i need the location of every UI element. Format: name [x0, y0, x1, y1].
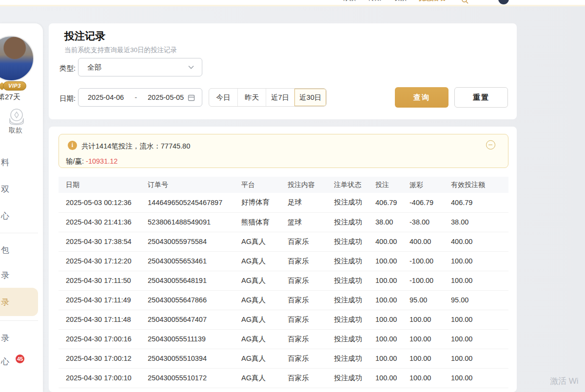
quick-range-button[interactable]: 近7日: [266, 89, 294, 106]
table-cell-valid: 95.00: [451, 290, 508, 310]
chevron-down-icon: [188, 65, 194, 69]
sidebar-item[interactable]: 录: [1, 333, 9, 344]
table-cell-payout: -100.00: [410, 251, 451, 271]
table-cell-platform: AG真人: [241, 290, 288, 310]
table-header-cell: 派彩: [410, 177, 451, 193]
table-cell-status: 投注成功: [334, 368, 375, 388]
table-row: 2025-04-30 17:12:20250430055653461AG真人百家…: [58, 251, 508, 271]
table-cell-content: 篮球: [288, 212, 334, 232]
nav-item[interactable]: 存款: [342, 0, 356, 2]
table-cell-order: 250430055510172: [148, 368, 241, 388]
table-header-cell: 有效投注额: [451, 177, 508, 193]
table-cell-payout: -100.00: [410, 271, 451, 290]
table-cell-status: 投注成功: [334, 212, 375, 232]
summary-totals: 共计1414笔投注，流水：77745.80: [81, 142, 190, 151]
table-cell-content: 百家乐: [288, 310, 334, 329]
vip-badge: VIP3: [3, 81, 26, 91]
search-icon[interactable]: [461, 0, 468, 4]
table-cell-bet: 100.00: [375, 329, 410, 349]
sidebar-item[interactable]: 包: [1, 244, 9, 256]
table-cell-content: 百家乐: [288, 349, 334, 368]
table-cell-bet: 100.00: [375, 290, 410, 310]
withdraw-label[interactable]: 取款: [9, 126, 22, 135]
table-cell-platform: AG真人: [241, 329, 288, 349]
table-cell-platform: 好博体育: [241, 193, 288, 212]
page-subtitle: 当前系统支持查询最近30日的投注记录: [64, 46, 177, 55]
table-cell-valid: 100.00: [451, 349, 508, 368]
table-cell-order: 250430055975584: [148, 232, 241, 251]
results-card: i 共计1414笔投注，流水：77745.80 输/赢: -10931.12 日…: [49, 127, 517, 392]
sidebar-item[interactable]: 心: [1, 210, 9, 222]
table-cell-date: 2025-04-30 17:00:16: [58, 329, 148, 349]
sidebar-item[interactable]: 料: [1, 157, 9, 168]
table-header-cell: 投注: [375, 177, 410, 193]
nav-item[interactable]: 转账: [368, 0, 381, 2]
sidebar-item[interactable]: 录: [1, 270, 9, 281]
table-cell-order: 5238061488549091: [148, 212, 241, 232]
search-button[interactable]: 查询: [395, 87, 448, 108]
table-cell-bet: 100.00: [375, 368, 410, 388]
withdraw-icon[interactable]: [7, 109, 26, 125]
collapse-icon[interactable]: [486, 140, 495, 149]
table-cell-bet: 38.00: [375, 212, 410, 232]
table-cell-status: 投注成功: [334, 232, 375, 251]
table-cell-date: 2025-04-30 17:11:48: [58, 310, 148, 329]
table-cell-content: 百家乐: [288, 329, 334, 349]
nav-item[interactable]: 优惠活动: [418, 0, 446, 2]
summary-banner: i 共计1414笔投注，流水：77745.80 输/赢: -10931.12: [58, 134, 508, 168]
nav-item[interactable]: 取款: [393, 0, 407, 2]
table-cell-date: 2025-04-30 21:41:36: [58, 212, 148, 232]
table-cell-date: 2025-04-30 17:38:54: [58, 232, 148, 251]
table-header-cell: 平台: [241, 177, 288, 193]
topbar-nav: 存款转账取款优惠活动: [342, 0, 446, 2]
table-row: 2025-05-03 00:12:361446496505245467897好博…: [58, 193, 508, 212]
quick-range-button[interactable]: 昨天: [237, 89, 266, 106]
date-separator: -: [135, 93, 137, 101]
table-cell-status: 投注成功: [334, 193, 375, 212]
user-avatar[interactable]: [0, 36, 34, 81]
table-cell-platform: AG真人: [241, 251, 288, 271]
table-row: 2025-04-30 17:11:49250430055647866AG真人百家…: [58, 290, 508, 310]
quick-range-button[interactable]: 近30日: [294, 89, 326, 106]
sidebar-item-active[interactable]: 录: [0, 288, 38, 316]
bet-records-table: 日期订单号平台投注内容注单状态投注派彩有效投注额 2025-05-03 00:1…: [58, 177, 508, 388]
table-cell-order: 250430055647866: [148, 290, 241, 310]
table-cell-valid: 100.00: [451, 368, 508, 388]
quick-range-button[interactable]: 今日: [209, 89, 237, 106]
table-cell-bet: 100.00: [375, 251, 410, 271]
table-header-cell: 投注内容: [288, 177, 334, 193]
sidebar-item[interactable]: 双: [1, 184, 9, 195]
table-cell-bet: 400.00: [375, 232, 410, 251]
table-cell-content: 百家乐: [288, 251, 334, 271]
table-cell-status: 投注成功: [334, 271, 375, 290]
sidebar-item-label: 录: [1, 297, 9, 308]
date-end: 2025-05-05: [148, 93, 184, 101]
table-cell-platform: AG真人: [241, 310, 288, 329]
type-select-value: 全部: [87, 63, 101, 72]
table-header-row: 日期订单号平台投注内容注单状态投注派彩有效投注额: [58, 177, 508, 193]
date-range-input[interactable]: 2025-04-06 - 2025-05-05: [78, 88, 202, 107]
table-cell-platform: AG真人: [241, 232, 288, 251]
table-cell-status: 投注成功: [334, 329, 375, 349]
table-cell-order: 250430055511139: [148, 329, 241, 349]
type-select[interactable]: 全部: [78, 58, 202, 76]
reset-button[interactable]: 重置: [454, 87, 508, 108]
table-cell-date: 2025-05-03 00:12:36: [58, 193, 148, 212]
table-row: 2025-04-30 21:41:365238061488549091熊猫体育篮…: [58, 212, 508, 232]
table-cell-payout: 100.00: [410, 368, 451, 388]
user-avatar-small[interactable]: [498, 0, 509, 4]
notification-badge: 45: [16, 355, 24, 363]
table-cell-content: 百家乐: [288, 368, 334, 388]
table-cell-date: 2025-04-30 17:11:49: [58, 290, 148, 310]
table-cell-order: 250430055510394: [148, 349, 241, 368]
filter-card: 投注记录 当前系统支持查询最近30日的投注记录 类型: 全部 日期: 2025-…: [49, 23, 517, 119]
summary-winloss: 输/赢: -10931.12: [66, 157, 117, 166]
winloss-value: -10931.12: [86, 157, 117, 165]
table-cell-valid: 100.00: [451, 251, 508, 271]
table-cell-date: 2025-04-30 17:12:20: [58, 251, 148, 271]
date-label: 日期:: [59, 94, 76, 103]
sidebar-item[interactable]: 心: [1, 356, 9, 367]
table-cell-payout: -38.00: [410, 212, 451, 232]
table-cell-bet: 100.00: [375, 310, 410, 329]
table-cell-valid: 400.00: [451, 232, 508, 251]
